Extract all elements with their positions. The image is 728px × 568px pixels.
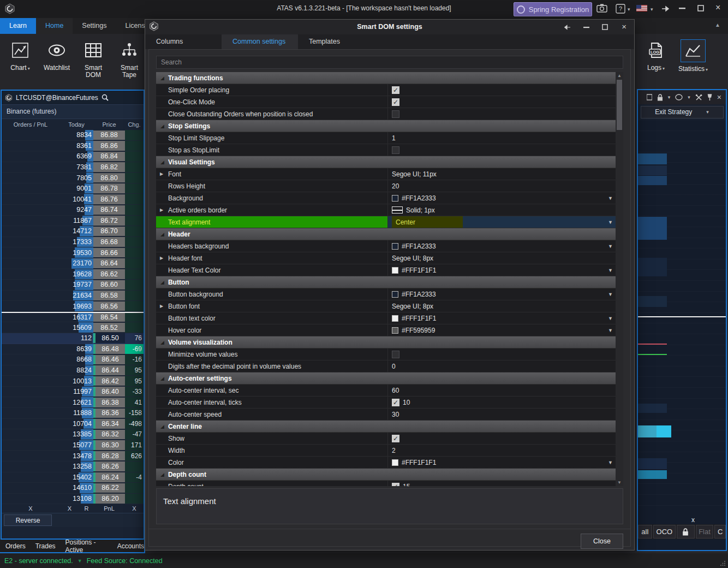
dom-today-cell[interactable]: 8361 — [59, 141, 93, 151]
dom-orders-cell[interactable] — [2, 258, 59, 269]
dropdown-icon[interactable]: ▼ — [608, 268, 613, 273]
dom-footer-x-4[interactable]: X — [125, 505, 144, 512]
dom-price-cell[interactable]: 86.46 — [93, 354, 125, 365]
dom-footer-pnl-3[interactable]: PnL — [93, 505, 125, 512]
dom-orders-cell[interactable] — [2, 247, 59, 258]
dom-price-cell[interactable]: 86.78 — [93, 184, 125, 194]
toolbar-button-logs[interactable]: LOGLogs▾ — [641, 39, 671, 72]
settings-section-trading-functions[interactable]: ◢Trading functions — [156, 72, 616, 84]
panel-button-c[interactable]: C — [714, 525, 726, 539]
dialog-tab-templates[interactable]: Templates — [298, 34, 374, 49]
checkbox[interactable]: ✓ — [392, 435, 399, 442]
setting-value-cell[interactable]: 60 — [388, 384, 616, 396]
toolbar-button-watchlist[interactable]: Watchlist — [39, 39, 74, 72]
dom-column-header-chg[interactable]: Chg. — [125, 121, 144, 128]
dom-today-cell[interactable]: 6369 — [59, 151, 93, 162]
dom-change-cell[interactable] — [125, 269, 144, 280]
dom-row-86.84[interactable]: 636986.84 — [2, 151, 144, 162]
dom-orders-cell[interactable] — [2, 322, 59, 333]
dom-orders-cell[interactable] — [2, 151, 59, 162]
settings-row-button-text-color[interactable]: Button text color#FFF1F1F1▼ — [156, 312, 616, 324]
setting-value-cell[interactable]: #FF595959▼ — [388, 324, 616, 336]
setting-value-cell[interactable]: #FF1A2333▼ — [388, 288, 616, 300]
dom-orders-cell[interactable] — [2, 162, 59, 173]
dom-change-cell[interactable]: -4 — [125, 472, 144, 483]
server-status-dropdown-icon[interactable]: ▼ — [77, 558, 82, 564]
dom-change-cell[interactable] — [125, 130, 144, 140]
dom-row-86.22[interactable]: 1461086.22 — [2, 483, 144, 494]
dom-orders-cell[interactable] — [2, 483, 59, 493]
expand-icon[interactable]: ▶ — [160, 256, 163, 261]
setting-value-cell[interactable]: 0 — [388, 360, 616, 372]
lock-dropdown-icon[interactable]: ▾ — [668, 94, 671, 100]
dom-orders-cell[interactable] — [2, 141, 59, 151]
dom-change-cell[interactable] — [125, 226, 144, 236]
dom-price-cell[interactable]: 86.40 — [93, 387, 125, 397]
right-dom-volume-chart[interactable] — [638, 120, 726, 507]
help-icon[interactable]: ? — [616, 4, 625, 14]
dom-price-cell[interactable]: 86.70 — [93, 226, 125, 236]
dom-change-cell[interactable]: -16 — [125, 354, 144, 365]
dom-price-cell[interactable]: 86.84 — [93, 151, 125, 162]
dom-orders-cell[interactable] — [2, 461, 59, 472]
checkbox[interactable]: ✓ — [392, 483, 399, 487]
account-selector[interactable]: Binance (futures) — [2, 104, 144, 119]
dom-footer-r-2[interactable]: R — [80, 505, 93, 512]
dom-change-cell[interactable]: 171 — [125, 440, 144, 451]
dom-today-cell[interactable]: 8824 — [59, 365, 93, 376]
dom-change-cell[interactable]: 95 — [125, 376, 144, 386]
dom-price-cell[interactable]: 86.32 — [93, 429, 125, 440]
dom-today-cell[interactable]: 9247 — [59, 205, 93, 215]
settings-row-width[interactable]: Width2 — [156, 445, 616, 457]
settings-row-digits-after-the-decimal-point-in-volume-values[interactable]: Digits after the decimal point in volume… — [156, 360, 616, 372]
dom-change-cell[interactable] — [125, 258, 144, 269]
dom-change-cell[interactable] — [125, 494, 144, 504]
language-flag-icon[interactable] — [636, 5, 647, 11]
dom-row-86.64[interactable]: 2317086.64 — [2, 258, 144, 269]
setting-value-cell[interactable]: Segoe UI; 8px — [388, 300, 616, 312]
dom-change-cell[interactable] — [125, 313, 144, 322]
reverse-button[interactable]: Reverse — [4, 514, 52, 526]
dom-row-86.86[interactable]: 836186.86 — [2, 141, 144, 152]
toolbar-button-statistics[interactable]: Statistics▾ — [675, 39, 712, 73]
setting-value-cell[interactable]: #FFF1F1F1▼ — [388, 312, 616, 324]
dom-change-cell[interactable]: -47 — [125, 429, 144, 440]
dom-price-cell[interactable]: 86.60 — [93, 280, 125, 290]
dom-today-cell[interactable]: 19737 — [59, 280, 93, 290]
dropdown-icon[interactable]: ▼ — [608, 328, 613, 333]
dom-price-cell[interactable]: 86.34 — [93, 419, 125, 429]
dom-today-cell[interactable]: 11867 — [59, 216, 93, 226]
setting-value-cell[interactable] — [388, 144, 616, 156]
settings-row-rows-height[interactable]: Rows Height20 — [156, 180, 616, 192]
ribbon-tab-settings[interactable]: Settings — [73, 18, 116, 34]
ellipse-dropdown-icon[interactable]: ▾ — [688, 94, 690, 100]
dom-row-86.60[interactable]: 1973786.60 — [2, 280, 144, 291]
dom-orders-cell[interactable] — [2, 344, 59, 354]
close-icon[interactable]: × — [715, 3, 720, 13]
settings-section-header[interactable]: ◢Header — [156, 228, 616, 240]
settings-row-active-orders-border[interactable]: ▶Active orders borderSolid; 1px — [156, 204, 616, 216]
lock-icon[interactable] — [657, 94, 663, 101]
dom-row-86.24[interactable]: 1540286.24-4 — [2, 472, 144, 483]
dom-row-86.44[interactable]: 882486.4495 — [2, 365, 144, 376]
dom-orders-cell[interactable] — [2, 237, 59, 247]
settings-row-stop-limit-slippage[interactable]: Stop Limit Slippage1 — [156, 132, 616, 144]
bottom-tab-accounts[interactable]: Accounts — [117, 542, 144, 550]
dom-row-86.62[interactable]: 1962886.62 — [2, 269, 144, 280]
dom-change-cell[interactable] — [125, 247, 144, 258]
dom-change-cell[interactable] — [125, 184, 144, 194]
settings-section-center-line[interactable]: ◢Center line — [156, 421, 616, 433]
setting-value-cell[interactable]: #FF1A2333▼ — [388, 192, 616, 204]
dialog-minimize-icon[interactable] — [583, 27, 589, 28]
dom-orders-cell[interactable] — [2, 216, 59, 226]
dom-orders-cell[interactable] — [2, 130, 59, 140]
expand-icon[interactable]: ▶ — [160, 171, 163, 176]
dom-row-86.56[interactable]: 1969386.56 — [2, 301, 144, 312]
maximize-icon[interactable] — [697, 5, 704, 11]
scroll-down-icon[interactable]: ▼ — [616, 480, 623, 485]
settings-row-auto-center-speed[interactable]: Auto-center speed30 — [156, 409, 616, 421]
dom-today-cell[interactable]: 112 — [59, 333, 93, 344]
server-status[interactable]: E2 - server connected. — [4, 557, 73, 565]
dom-orders-cell[interactable] — [2, 408, 59, 418]
minimize-icon[interactable] — [679, 8, 685, 9]
